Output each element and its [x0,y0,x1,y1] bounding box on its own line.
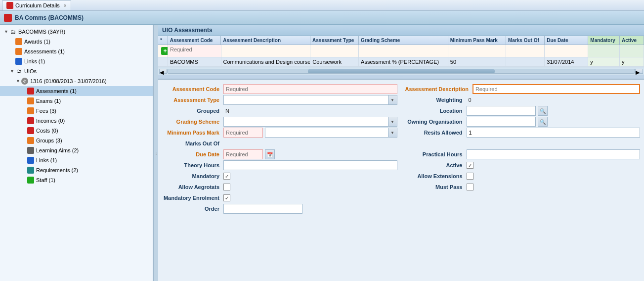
clock-icon: ⏱ [21,77,29,85]
grading-scheme-select[interactable] [223,117,388,127]
new-row-active [620,45,644,57]
spacer [10,59,15,64]
spacer [22,128,27,133]
label-grading-scheme: Grading Scheme [162,119,221,125]
scroll-left-btn[interactable]: ◀ [159,69,167,74]
vertical-resize-handle[interactable]: ··· [158,75,644,79]
form-left-col: Assessment Code Assessment Type ▼ Groupe [162,84,397,214]
allow-extensions-checkbox[interactable] [467,173,473,180]
due-date-input[interactable] [223,149,263,159]
sidebar-item-1316[interactable]: ▼ ⏱ 1316 (01/08/2013 - 31/07/2016) [0,76,153,86]
must-pass-checkbox[interactable] [467,184,473,190]
requirements-icon [27,166,35,174]
owning-org-search-btn[interactable]: 🔍 [538,117,548,127]
mandatory-checkbox[interactable] [223,173,230,180]
toggle-1316[interactable]: ▼ [16,79,21,84]
tab-close-btn[interactable]: × [64,3,67,8]
spacer [22,98,27,103]
label-allow-extensions: Allow Extensions [405,173,465,179]
form-row-mandatory-enrolment: Mandatory Enrolment [162,192,397,203]
new-row-description [221,45,311,57]
sidebar-item-groups[interactable]: Groups (3) [0,136,153,145]
order-input[interactable] [223,204,302,214]
sidebar-item-assessments[interactable]: Assessments (1) [0,86,153,96]
assessment-code-input[interactable] [223,84,397,94]
new-code-input[interactable] [170,47,219,52]
aegrotats-checkbox[interactable] [223,184,230,190]
form-row-grouped: Grouped N [162,105,397,116]
min-pass-extra-arrow[interactable]: ▼ [388,128,397,138]
window-title-text: BA Comms (BACOMMS) [15,14,84,21]
col-min-pass: Minimum Pass Mark [448,36,506,45]
sidebar-label-uios: UIOs [24,68,37,74]
location-search-btn[interactable]: 🔍 [538,106,548,116]
label-owning-org: Owning Organisation [405,119,465,125]
grading-scheme-arrow[interactable]: ▼ [388,117,397,127]
assessments-icon [27,87,35,95]
sidebar-label-links-top: Links (1) [24,58,45,64]
label-assessment-description: Assessment Description [405,86,471,92]
assessment-description-input[interactable] [472,84,640,94]
scroll-right-btn[interactable]: ▶ [635,69,643,74]
content-area: UIO Assessments * Assessment Code Assess… [158,25,644,281]
add-row-btn[interactable]: + [161,47,168,55]
spacer [22,89,27,94]
curriculum-details-tab[interactable]: Curriculum Details × [2,0,71,10]
sidebar-item-incomes[interactable]: Incomes (0) [0,116,153,126]
sidebar-item-requirements[interactable]: Requirements (2) [0,165,153,175]
sidebar-item-staff[interactable]: Staff (1) [0,175,153,185]
sidebar-item-learning-aims[interactable]: Learning Aims (2) [0,145,153,155]
col-type: Assessment Type [310,36,359,45]
sidebar-splitter[interactable]: ⋮ [153,25,158,281]
label-allow-aegrotats: Allow Aegrotats [162,184,221,190]
form-row-resits: Resits Allowed [405,127,641,138]
toggle-uios[interactable]: ▼ [10,69,15,74]
scrollbar-thumb [308,69,495,73]
owning-org-input[interactable] [467,117,536,127]
toggle-bacomms[interactable]: ▼ [4,29,9,34]
weighting-value: 0 [467,96,473,104]
col-code: Assessment Code [168,36,221,45]
fees-icon [27,107,35,115]
sidebar-label-awards: Awards (1) [24,39,50,45]
theory-hours-input[interactable] [223,160,397,170]
row-marker [158,57,168,66]
sidebar-label-bacomms: BACOMMS (3AYR) [18,29,65,35]
label-weighting: Weighting [405,97,465,103]
horizontal-scrollbar[interactable] [167,69,635,74]
calendar-button[interactable]: 📅 [265,149,275,159]
location-input[interactable] [467,106,536,116]
incomes-icon [27,117,35,125]
sidebar-item-assessments-top[interactable]: Assessments (1) [0,47,153,56]
assessment-type-select[interactable] [223,95,388,105]
resits-allowed-input[interactable] [467,128,641,138]
assessment-type-arrow[interactable]: ▼ [388,95,397,105]
curriculum-tab-icon [6,2,13,9]
sidebar-item-links-top[interactable]: Links (1) [0,56,153,66]
sidebar-item-bacomms[interactable]: ▼ 🗂 BACOMMS (3AYR) [0,27,153,37]
spacer [22,148,27,153]
min-pass-input[interactable] [223,128,263,138]
mandatory-enrolment-checkbox[interactable] [223,194,230,201]
practical-hours-input[interactable] [467,149,641,159]
sidebar-item-fees[interactable]: Fees (3) [0,106,153,116]
form-row-description: Assessment Description [405,84,641,94]
sidebar-item-awards[interactable]: Awards (1) [0,37,153,47]
form-section: Assessment Code Assessment Type ▼ Groupe [158,80,644,281]
sidebar-item-costs[interactable]: Costs (0) [0,126,153,136]
new-row-mandatory [588,45,620,57]
table-row[interactable]: BACOMMS Communications and Design course… [158,57,644,67]
new-row-code[interactable] [168,45,221,57]
sidebar-item-exams[interactable]: Exams (1) [0,96,153,106]
row-description: Communications and Design coursework [221,57,311,66]
row-code: BACOMMS [168,57,221,66]
form-row-marks: Marks Out Of [162,138,397,149]
resize-dots: ··· [399,75,403,79]
min-pass-extra-select[interactable] [265,128,388,138]
min-pass-extra-wrapper: ▼ [265,128,397,138]
window-title-bar: BA Comms (BACOMMS) [0,11,644,25]
active-checkbox[interactable] [467,162,473,169]
sidebar-item-uios[interactable]: ▼ 🗂 UIOs [0,66,153,76]
form-grid: Assessment Code Assessment Type ▼ Groupe [162,84,640,214]
sidebar-item-links[interactable]: Links (1) [0,155,153,165]
